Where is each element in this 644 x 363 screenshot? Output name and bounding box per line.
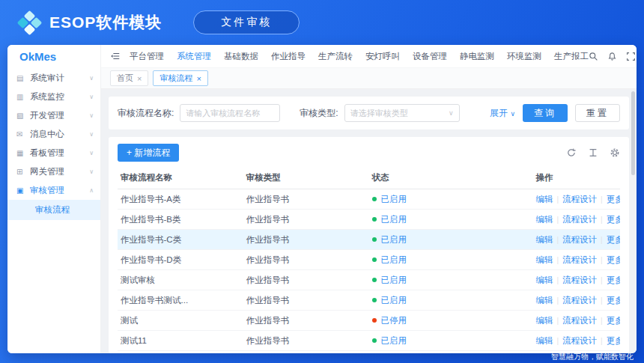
topnav-item[interactable]: 系统管理 — [177, 51, 211, 62]
collapse-menu-icon[interactable] — [110, 51, 121, 61]
flow-design-link[interactable]: 流程设计 — [562, 275, 597, 284]
table-row[interactable]: 作业指导书-B类作业指导书已启用编辑|流程设计|更多 ∨ — [118, 210, 620, 230]
topnav-item[interactable]: 安灯呼叫 — [365, 51, 400, 62]
expand-link[interactable]: 展开 ∨ — [490, 107, 515, 120]
filter-panel: 审核流程名称: 审核类型: 请选择审核类型 ∨ 展开 ∨ 查询 重置 — [109, 97, 629, 129]
sidebar-item[interactable]: ⊞网关管理∨ — [7, 162, 100, 181]
more-link[interactable]: 更多 ∨ — [607, 275, 620, 284]
page: ESOP软件模块 文件审核 OkMes ▤系统审计∨▥系统监控∨▧开发管理∨✉消… — [0, 0, 644, 363]
topnav-item[interactable]: 作业指导 — [271, 51, 306, 62]
edit-link[interactable]: 编辑 — [535, 275, 553, 284]
review-type-select[interactable]: 请选择审核类型 ∨ — [344, 104, 460, 122]
edit-link[interactable]: 编辑 — [535, 195, 553, 204]
cell-status: 已停用 — [369, 311, 533, 331]
text-height-icon[interactable] — [588, 147, 598, 158]
flow-design-link[interactable]: 流程设计 — [562, 235, 597, 244]
table-row[interactable]: 作业指导书-A类作业指导书已启用编辑|流程设计|更多 ∨ — [118, 189, 620, 210]
cell-status: 已启用 — [369, 270, 533, 290]
vertical-scrollbar[interactable] — [631, 91, 635, 175]
table-row[interactable]: 测试2作业指导书已启用编辑|流程设计|更多 ∨ — [118, 351, 620, 354]
edit-link[interactable]: 编辑 — [535, 316, 553, 325]
cell-status: 已启用 — [369, 230, 533, 250]
sidebar-item[interactable]: ▤系统审计∨ — [7, 69, 100, 88]
refresh-icon[interactable] — [566, 147, 577, 158]
flow-design-link[interactable]: 流程设计 — [562, 316, 597, 325]
close-icon[interactable]: × — [137, 74, 142, 83]
board-icon: ▦ — [16, 149, 28, 157]
divider: | — [601, 337, 603, 345]
cell-operations: 编辑|流程设计|更多 ∨ — [532, 210, 620, 230]
add-flow-button[interactable]: + 新增流程 — [118, 144, 179, 162]
divider: | — [601, 195, 603, 204]
table-row[interactable]: 作业指导书-D类作业指导书已启用编辑|流程设计|更多 ∨ — [118, 250, 620, 270]
cell-review-type: 作业指导书 — [243, 311, 369, 331]
cell-status: 已启用 — [369, 331, 533, 351]
edit-link[interactable]: 编辑 — [535, 336, 553, 345]
sidebar-item[interactable]: ▥系统监控∨ — [7, 88, 100, 106]
topnav-item[interactable]: 基础数据 — [224, 51, 258, 62]
edit-link[interactable]: 编辑 — [535, 296, 553, 305]
flow-name-input[interactable] — [180, 104, 280, 122]
app-title: ESOP软件模块 — [49, 12, 162, 33]
status-text: 已启用 — [381, 296, 407, 305]
module-badge[interactable]: 文件审核 — [193, 10, 300, 34]
edit-link[interactable]: 编辑 — [535, 215, 553, 224]
topnav-item[interactable]: 静电监测 — [460, 51, 494, 62]
sidebar-item[interactable]: ✉消息中心∨ — [7, 125, 100, 144]
edit-link[interactable]: 编辑 — [535, 235, 553, 244]
more-link[interactable]: 更多 ∨ — [607, 215, 620, 224]
topnav-item[interactable]: 生产报工 — [554, 51, 589, 62]
column-header: 审核类型 — [243, 167, 369, 189]
cell-review-type: 作业指导书 — [243, 250, 369, 270]
cell-flow-name: 测试审核 — [118, 270, 243, 290]
more-link[interactable]: 更多 ∨ — [607, 255, 620, 264]
close-icon[interactable]: × — [196, 74, 201, 83]
topnav-item[interactable]: 环境监测 — [507, 51, 541, 62]
cell-flow-name: 测试 — [118, 311, 243, 331]
sidebar-subitem[interactable]: 审核流程 — [7, 200, 100, 220]
table-row[interactable]: 测试11作业指导书已启用编辑|流程设计|更多 ∨ — [118, 331, 620, 351]
flow-design-link[interactable]: 流程设计 — [562, 255, 597, 264]
table-row[interactable]: 测试审核作业指导书已启用编辑|流程设计|更多 ∨ — [118, 270, 620, 290]
sidebar-item[interactable]: ▣审核管理∧ — [7, 181, 100, 200]
more-link[interactable]: 更多 ∨ — [607, 316, 620, 325]
sidebar-item[interactable]: ▧开发管理∨ — [7, 106, 100, 125]
tab[interactable]: 审核流程× — [153, 70, 207, 86]
gear-icon[interactable] — [610, 147, 620, 158]
sidebar-item[interactable]: ▦看板管理∨ — [7, 144, 100, 162]
more-link[interactable]: 更多 ∨ — [607, 336, 620, 345]
topnav-item[interactable]: 平台管理 — [130, 51, 164, 62]
table-row[interactable]: 作业指导书测试...作业指导书已启用编辑|流程设计|更多 ∨ — [118, 290, 620, 311]
main-area: 平台管理系统管理基础数据作业指导生产流转安灯呼叫设备管理静电监测环境监测生产报工 — [101, 45, 637, 353]
cell-flow-name: 作业指导书-A类 — [118, 189, 243, 210]
more-link[interactable]: 更多 ∨ — [607, 235, 620, 244]
divider: | — [556, 195, 559, 204]
reset-button[interactable]: 重置 — [575, 104, 620, 122]
flow-design-link[interactable]: 流程设计 — [562, 336, 597, 345]
topnav-item[interactable]: 设备管理 — [413, 51, 447, 62]
tab[interactable]: 首页× — [110, 70, 148, 86]
flow-design-link[interactable]: 流程设计 — [562, 195, 597, 204]
flow-design-link[interactable]: 流程设计 — [562, 296, 597, 305]
cell-flow-name: 作业指导书-C类 — [118, 230, 243, 250]
divider: | — [556, 256, 559, 264]
search-button[interactable]: 查询 — [523, 104, 568, 122]
more-link[interactable]: 更多 ∨ — [607, 296, 620, 305]
table-row[interactable]: 作业指导书-C类作业指导书已启用编辑|流程设计|更多 ∨ — [118, 230, 620, 250]
flow-design-link[interactable]: 流程设计 — [562, 215, 597, 224]
tab-label: 审核流程 — [160, 73, 192, 84]
topnav-item[interactable]: 生产流转 — [318, 51, 353, 62]
cell-flow-name: 作业指导书-D类 — [118, 250, 243, 270]
edit-link[interactable]: 编辑 — [535, 255, 553, 264]
table-row[interactable]: 测试作业指导书已停用编辑|流程设计|更多 ∨ — [118, 311, 620, 331]
divider: | — [601, 317, 603, 325]
fullscreen-icon[interactable] — [626, 52, 636, 61]
more-link[interactable]: 更多 ∨ — [607, 195, 620, 204]
search-icon[interactable] — [589, 52, 598, 61]
status-text: 已启用 — [381, 195, 407, 204]
bell-icon[interactable] — [607, 52, 617, 61]
filter-actions: 展开 ∨ 查询 重置 — [490, 104, 620, 122]
column-header: 审核流程名称 — [118, 167, 243, 189]
status-text: 已启用 — [381, 215, 407, 224]
flow-table: 审核流程名称审核类型状态操作 作业指导书-A类作业指导书已启用编辑|流程设计|更… — [118, 167, 620, 353]
